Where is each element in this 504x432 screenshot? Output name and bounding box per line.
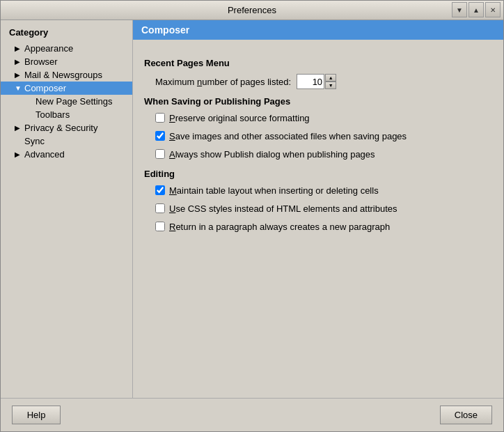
sidebar-item-label: Browser — [24, 56, 58, 67]
sidebar-item-mail-newsgroups[interactable]: ▶ Mail & Newsgroups — [1, 68, 132, 82]
sidebar-item-sync[interactable]: Sync — [1, 134, 132, 148]
sidebar-item-label: Sync — [24, 136, 45, 146]
titlebar: Preferences ▼ ▲ ✕ — [1, 1, 503, 20]
maintain-table-label: Maintain table layout when inserting or … — [169, 185, 379, 197]
chevron-right-icon: ▶ — [15, 71, 22, 79]
window-title: Preferences — [228, 5, 276, 15]
use-css-label: Use CSS styles instead of HTML elements … — [169, 203, 397, 215]
group-title-editing: Editing — [144, 169, 492, 179]
always-show-publish-checkbox[interactable] — [155, 149, 165, 159]
sidebar-item-browser[interactable]: ▶ Browser — [1, 55, 132, 68]
preserve-source-checkbox[interactable] — [155, 113, 165, 123]
chevron-right-icon: ▶ — [15, 45, 22, 52]
sidebar-item-label: Advanced — [24, 149, 65, 160]
checkbox-row-save-images: Save images and other associated files w… — [144, 130, 492, 143]
sidebar-item-label: New Page Settings — [36, 96, 113, 107]
window-controls: ▼ ▲ ✕ — [452, 2, 501, 17]
preserve-source-label: Preserve original source formatting — [169, 112, 310, 125]
sidebar-item-privacy-security[interactable]: ▶ Privacy & Security — [1, 121, 132, 134]
close-button[interactable]: ✕ — [485, 2, 501, 17]
close-dialog-button[interactable]: Close — [440, 406, 492, 424]
max-pages-label: Maximum number of pages listed: — [155, 77, 291, 87]
checkbox-row-use-css: Use CSS styles instead of HTML elements … — [144, 203, 492, 215]
checkbox-row-return-paragraph: Return in a paragraph always creates a n… — [144, 221, 492, 233]
window-body: Category ▶ Appearance ▶ Browser ▶ Mail &… — [1, 20, 503, 398]
sidebar-item-advanced[interactable]: ▶ Advanced — [1, 148, 132, 161]
section-header: Composer — [133, 20, 503, 40]
always-show-publish-label: Always show Publish dialog when publishi… — [169, 148, 375, 161]
checkbox-row-maintain-table: Maintain table layout when inserting or … — [144, 185, 492, 197]
help-button[interactable]: Help — [12, 406, 61, 424]
chevron-right-icon: ▶ — [15, 151, 22, 158]
sidebar: Category ▶ Appearance ▶ Browser ▶ Mail &… — [1, 20, 133, 398]
return-paragraph-checkbox[interactable] — [155, 222, 165, 231]
sidebar-item-new-page-settings[interactable]: New Page Settings — [1, 95, 132, 108]
max-pages-input[interactable] — [297, 74, 324, 89]
checkbox-row-always-show-publish: Always show Publish dialog when publishi… — [144, 148, 492, 161]
chevron-down-icon: ▼ — [15, 84, 22, 92]
chevron-right-icon: ▶ — [15, 58, 22, 65]
chevron-right-icon: ▶ — [15, 124, 22, 132]
preferences-window: Preferences ▼ ▲ ✕ Category ▶ Appearance … — [0, 0, 504, 432]
main-content: Composer Recent Pages Menu Maximum numbe… — [133, 20, 503, 398]
sidebar-item-appearance[interactable]: ▶ Appearance — [1, 42, 132, 55]
sidebar-item-toolbars[interactable]: Toolbars — [1, 108, 132, 121]
return-paragraph-label: Return in a paragraph always creates a n… — [169, 221, 390, 233]
sidebar-item-composer[interactable]: ▼ Composer — [1, 82, 132, 95]
sidebar-item-label: Appearance — [24, 43, 73, 54]
max-pages-spinbox: ▲ ▼ — [297, 74, 336, 89]
save-images-checkbox[interactable] — [155, 131, 165, 141]
sidebar-item-label: Toolbars — [36, 109, 70, 120]
spinbox-up-button[interactable]: ▲ — [325, 74, 336, 82]
group-title-saving-publishing: When Saving or Publishing Pages — [144, 96, 492, 107]
minimize-button[interactable]: ▼ — [452, 2, 467, 17]
save-images-label: Save images and other associated files w… — [169, 130, 407, 143]
group-title-recent-pages: Recent Pages Menu — [144, 58, 492, 68]
max-pages-row: Maximum number of pages listed: ▲ ▼ — [144, 74, 492, 89]
maximize-button[interactable]: ▲ — [468, 2, 484, 17]
sidebar-item-label: Mail & Newsgroups — [24, 70, 102, 80]
sidebar-item-label: Composer — [24, 83, 66, 93]
maintain-table-checkbox[interactable] — [155, 185, 165, 195]
content-inner: Recent Pages Menu Maximum number of page… — [133, 48, 503, 250]
footer: Help Close — [1, 398, 503, 431]
checkbox-row-preserve-source: Preserve original source formatting — [144, 112, 492, 125]
sidebar-header: Category — [1, 26, 132, 42]
sidebar-item-label: Privacy & Security — [24, 123, 97, 133]
use-css-checkbox[interactable] — [155, 203, 165, 213]
spinbox-down-button[interactable]: ▼ — [325, 82, 336, 89]
spinbox-buttons: ▲ ▼ — [325, 74, 336, 89]
